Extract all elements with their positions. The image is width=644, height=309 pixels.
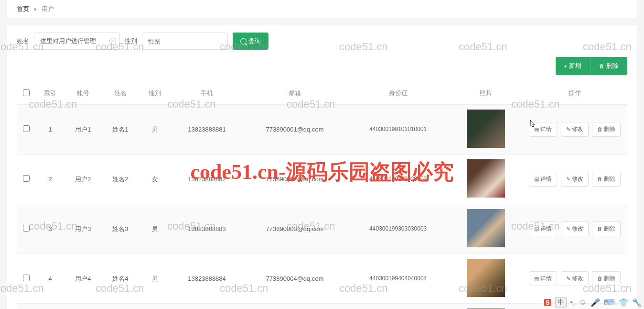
cell-phone: 13823888881 bbox=[171, 105, 243, 154]
row-delete-button[interactable]: 🗑删除 bbox=[592, 221, 621, 236]
edit-button[interactable]: ✎修改 bbox=[561, 221, 589, 236]
cell-phone bbox=[171, 304, 243, 309]
edit-button[interactable]: ✎修改 bbox=[561, 122, 589, 137]
table-row: 4 用户4 姓名4 男 13823888884 773890004@qq.com… bbox=[17, 254, 627, 304]
cell-action: ▤详情 ✎修改 🗑删除 bbox=[522, 105, 627, 154]
row-checkbox[interactable] bbox=[23, 125, 30, 132]
col-photo: 照片 bbox=[450, 82, 522, 105]
cell-photo bbox=[450, 204, 522, 254]
cell-email bbox=[243, 304, 347, 309]
cell-email: 773890001@qq.com bbox=[243, 105, 347, 154]
edit-button[interactable]: ✎修改 bbox=[561, 172, 589, 187]
detail-button[interactable]: ▤详情 bbox=[529, 221, 557, 236]
cell-gender: 男 bbox=[139, 105, 171, 154]
query-label: 查询 bbox=[248, 37, 261, 45]
col-idcard: 身份证 bbox=[346, 82, 450, 105]
cell-name: 姓名4 bbox=[102, 254, 139, 304]
edit-button[interactable]: ✎修改 bbox=[561, 271, 589, 286]
avatar bbox=[467, 159, 505, 198]
table-row: 1 用户1 姓名1 男 13823888881 773890001@qq.com… bbox=[17, 105, 627, 154]
cell-index: 2 bbox=[36, 154, 64, 204]
ime-punct-icon[interactable]: •, bbox=[570, 298, 575, 307]
cell-photo bbox=[450, 304, 522, 309]
detail-icon: ▤ bbox=[534, 176, 539, 182]
detail-button[interactable]: ▤详情 bbox=[529, 172, 557, 187]
ime-tool-icon[interactable]: 🔧 bbox=[632, 298, 642, 307]
table-header-row: 索引 账号 姓名 性别 手机 邮箱 身份证 照片 操作 bbox=[17, 82, 627, 105]
ime-skin-icon[interactable]: 👕 bbox=[619, 298, 628, 307]
add-button[interactable]: + 新增 bbox=[556, 57, 590, 75]
detail-icon: ▤ bbox=[534, 276, 539, 282]
ime-smile-icon[interactable]: ☺ bbox=[579, 298, 587, 307]
cell-index: 3 bbox=[36, 204, 64, 254]
cell-email: 773890003@qq.com bbox=[243, 204, 347, 254]
breadcrumb: 首页 ♥ 用户 bbox=[7, 0, 637, 18]
table-row: 5 440300199505050005 ▤详情 ✎修改 🗑删除 bbox=[17, 304, 627, 309]
search-icon bbox=[240, 38, 247, 44]
table-row: 3 用户3 姓名3 男 13823888883 773890003@qq.com… bbox=[17, 204, 627, 254]
ime-bar: S 中 •, ☺ 🎤 ⌨ 👕 🔧 bbox=[544, 297, 642, 308]
cell-email: 773890004@qq.com bbox=[243, 254, 347, 304]
detail-button[interactable]: ▤详情 bbox=[529, 271, 557, 286]
col-email: 邮箱 bbox=[243, 82, 347, 105]
cell-idcard: 440300199505050005 bbox=[346, 304, 450, 309]
edit-icon: ✎ bbox=[566, 176, 570, 182]
cell-account: 用户3 bbox=[64, 204, 102, 254]
trash-icon: 🗑 bbox=[599, 63, 604, 69]
edit-icon: ✎ bbox=[566, 126, 570, 132]
table-row: 2 用户2 姓名2 女 13823888882 773890002@qq.com… bbox=[17, 154, 627, 204]
cell-name: 姓名3 bbox=[102, 204, 139, 254]
cell-gender bbox=[139, 304, 171, 309]
clear-icon[interactable]: ✕ bbox=[109, 38, 116, 44]
row-delete-button[interactable]: 🗑删除 bbox=[592, 122, 621, 137]
avatar bbox=[467, 259, 505, 297]
col-index: 索引 bbox=[36, 82, 64, 105]
cell-index: 4 bbox=[36, 254, 64, 304]
cell-account: 用户1 bbox=[64, 105, 102, 154]
cell-photo bbox=[450, 154, 522, 204]
name-input[interactable] bbox=[34, 33, 120, 50]
col-name: 姓名 bbox=[102, 82, 139, 105]
row-delete-button[interactable]: 🗑删除 bbox=[592, 271, 621, 286]
delete-button[interactable]: 🗑 删除 bbox=[590, 57, 627, 75]
cell-phone: 13823888882 bbox=[171, 154, 243, 204]
cell-gender: 男 bbox=[139, 254, 171, 304]
cell-idcard: 440300199101010001 bbox=[346, 105, 450, 154]
cell-name: 姓名2 bbox=[102, 154, 139, 204]
ime-mic-icon[interactable]: 🎤 bbox=[590, 298, 600, 307]
row-checkbox[interactable] bbox=[23, 275, 30, 281]
cell-phone: 13823888884 bbox=[171, 254, 243, 304]
col-account: 账号 bbox=[64, 82, 102, 105]
user-table: 索引 账号 姓名 性别 手机 邮箱 身份证 照片 操作 1 用户1 姓名1 男 … bbox=[17, 82, 627, 309]
trash-icon: 🗑 bbox=[597, 276, 602, 281]
cell-idcard: 440300199404040004 bbox=[346, 254, 450, 304]
breadcrumb-current: 用户 bbox=[42, 5, 54, 13]
main-panel: 姓名 ✕ 性别 查询 + 新增 🗑 删除 索引 账号 姓名 bbox=[7, 25, 637, 309]
heart-icon: ♥ bbox=[34, 7, 37, 12]
row-checkbox[interactable] bbox=[23, 175, 30, 182]
gender-label: 性别 bbox=[125, 37, 137, 45]
action-bar: + 新增 🗑 删除 bbox=[17, 57, 627, 75]
breadcrumb-home[interactable]: 首页 bbox=[17, 5, 29, 13]
cell-index: 5 bbox=[36, 304, 64, 309]
cell-action: ▤详情 ✎修改 🗑删除 bbox=[522, 254, 627, 304]
detail-icon: ▤ bbox=[534, 226, 539, 232]
name-label: 姓名 bbox=[17, 37, 29, 45]
ime-keyboard-icon[interactable]: ⌨ bbox=[604, 298, 615, 307]
select-all-checkbox[interactable] bbox=[23, 89, 30, 96]
query-button[interactable]: 查询 bbox=[233, 33, 268, 50]
cell-account: 用户2 bbox=[64, 154, 102, 204]
cell-idcard: 440300199202020002 bbox=[346, 154, 450, 204]
row-delete-button[interactable]: 🗑删除 bbox=[592, 172, 621, 187]
cell-gender: 女 bbox=[139, 154, 171, 204]
gender-input[interactable] bbox=[142, 33, 228, 50]
row-checkbox[interactable] bbox=[23, 225, 30, 232]
cell-gender: 男 bbox=[139, 204, 171, 254]
plus-icon: + bbox=[564, 63, 567, 69]
ime-zhong-icon[interactable]: 中 bbox=[555, 297, 567, 308]
cell-photo bbox=[450, 254, 522, 304]
detail-button[interactable]: ▤详情 bbox=[529, 122, 557, 137]
avatar bbox=[467, 209, 505, 247]
cell-photo bbox=[450, 105, 522, 154]
ime-s-icon[interactable]: S bbox=[544, 299, 551, 306]
